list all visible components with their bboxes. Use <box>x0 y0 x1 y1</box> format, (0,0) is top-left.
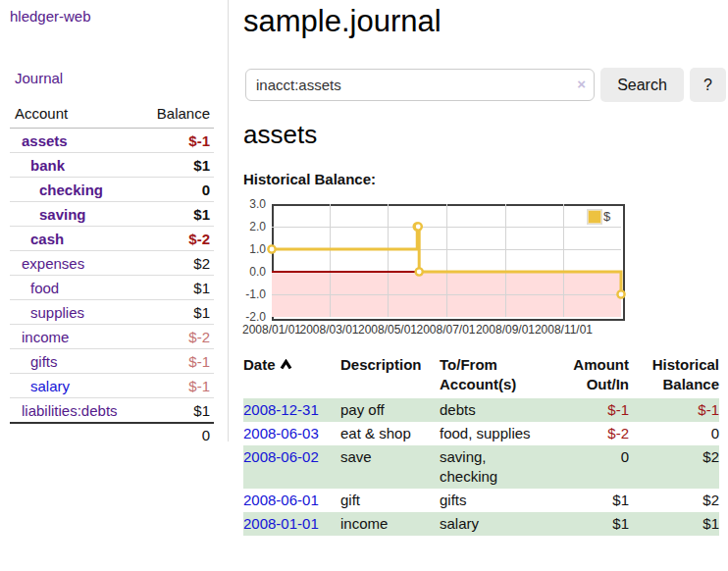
amount-column-header: Amount Out/In <box>560 355 629 398</box>
transaction-date-link[interactable]: 2008-06-02 <box>243 448 319 465</box>
transaction-accounts-cell: salary <box>440 512 560 536</box>
account-name-cell: checking <box>10 178 139 202</box>
transaction-balance-cell: $2 <box>629 445 719 489</box>
account-row: food$1 <box>10 276 214 300</box>
transaction-date-cell: 2008-06-01 <box>243 489 340 512</box>
account-link-income[interactable]: income <box>22 329 69 345</box>
account-balance: $-2 <box>139 227 214 251</box>
app-title-link[interactable]: hledger-web <box>10 8 91 25</box>
clear-search-icon[interactable]: × <box>577 76 586 93</box>
transaction-balance-cell: $-1 <box>629 398 719 422</box>
account-link-liabilities-debts[interactable]: liabilities:debts <box>22 402 118 419</box>
account-name-cell: liabilities:debts <box>10 398 139 424</box>
transaction-row: 2008-12-31pay offdebts$-1$-1 <box>243 398 719 422</box>
balance-column-header: Balance <box>139 101 214 129</box>
account-balance: $-1 <box>139 349 214 374</box>
account-link-supplies[interactable]: supplies <box>30 304 84 321</box>
account-row: checking0 <box>10 178 214 202</box>
transaction-accounts-cell: gifts <box>440 489 560 512</box>
data-point <box>415 223 422 230</box>
transaction-description-cell: income <box>340 512 440 536</box>
account-row: gifts$-1 <box>10 349 214 374</box>
account-link-food[interactable]: food <box>30 280 59 296</box>
account-table-body: assets$-1bank$1checking0saving$1cash$-2e… <box>10 129 214 424</box>
account-link-saving[interactable]: saving <box>39 206 86 223</box>
account-link-salary[interactable]: salary <box>30 378 70 394</box>
transaction-row: 2008-06-02savesaving, checking0$2 <box>243 445 719 489</box>
sidebar-item-journal[interactable]: Journal <box>15 70 63 86</box>
search-field-wrap: × <box>245 69 595 101</box>
transaction-date-link[interactable]: 2008-01-01 <box>243 515 319 532</box>
account-name-cell: gifts <box>10 349 139 374</box>
account-balance: $1 <box>139 300 214 325</box>
account-name-cell: bank <box>10 153 139 178</box>
transaction-description-cell: eat & shop <box>340 422 440 445</box>
account-link-expenses[interactable]: expenses <box>22 255 84 272</box>
account-name-cell: food <box>10 276 139 300</box>
chart-legend: $ <box>588 209 610 224</box>
account-balance: $-1 <box>139 374 214 398</box>
transaction-accounts-cell: saving, checking <box>440 445 560 489</box>
accounts-column-header: To/From Account(s) <box>440 355 560 398</box>
account-row: salary$-1 <box>10 374 214 398</box>
account-balance: 0 <box>139 178 214 202</box>
accounts-total-row: 0 <box>10 423 214 445</box>
account-link-checking[interactable]: checking <box>39 182 103 198</box>
account-row: expenses$2 <box>10 251 214 276</box>
account-name-cell: cash <box>10 227 139 251</box>
sidebar-divider <box>228 0 229 441</box>
account-row: assets$-1 <box>10 129 214 153</box>
data-point <box>416 268 423 275</box>
transaction-description-cell: pay off <box>340 398 440 422</box>
accounts-total-balance: 0 <box>139 423 214 445</box>
transactions-table: Date Description To/From Account(s) Amou… <box>243 355 719 536</box>
transaction-description-cell: save <box>340 445 440 489</box>
transaction-amount-cell: $-1 <box>560 398 629 422</box>
legend-swatch <box>588 210 601 224</box>
account-link-cash[interactable]: cash <box>30 231 64 247</box>
date-column-header[interactable]: Date <box>243 355 340 398</box>
account-balance: $-2 <box>139 325 214 349</box>
account-column-header: Account <box>10 101 139 129</box>
accounts-table-header-row: Account Balance <box>10 101 214 129</box>
help-button[interactable]: ? <box>690 68 726 102</box>
account-link-gifts[interactable]: gifts <box>30 353 58 370</box>
transaction-description-cell: gift <box>340 489 440 512</box>
transaction-date-link[interactable]: 2008-06-01 <box>243 492 319 508</box>
account-link-assets[interactable]: assets <box>22 132 68 149</box>
account-row: income$-2 <box>10 325 214 349</box>
account-balance: $1 <box>139 153 214 178</box>
transaction-date-cell: 2008-06-02 <box>243 445 340 489</box>
transaction-row: 2008-06-03eat & shopfood, supplies$-20 <box>243 422 719 445</box>
search-button[interactable]: Search <box>600 68 684 102</box>
transaction-date-cell: 2008-06-03 <box>243 422 340 445</box>
transactions-table-body: 2008-12-31pay offdebts$-1$-12008-06-03ea… <box>243 398 719 536</box>
account-name-cell: income <box>10 325 139 349</box>
balance-line-layer <box>240 196 728 343</box>
transaction-amount-cell: $1 <box>560 512 629 536</box>
data-point <box>268 245 275 252</box>
description-column-header: Description <box>340 355 440 398</box>
transaction-date-cell: 2008-01-01 <box>243 512 340 536</box>
transaction-date-link[interactable]: 2008-06-03 <box>243 425 319 441</box>
transaction-amount-cell: $1 <box>560 489 629 512</box>
account-name-cell: expenses <box>10 251 139 276</box>
transaction-balance-cell: 0 <box>629 422 719 445</box>
hledger-web-app: hledger-web Journal Account Balance asse… <box>0 0 728 571</box>
transaction-accounts-cell: debts <box>440 398 560 422</box>
transaction-accounts-cell: food, supplies <box>440 422 560 445</box>
account-name-cell: saving <box>10 202 139 227</box>
data-point <box>617 290 624 297</box>
account-row: bank$1 <box>10 153 214 178</box>
account-balance: $1 <box>139 398 214 424</box>
account-name-cell: salary <box>10 374 139 398</box>
search-input[interactable] <box>245 69 595 101</box>
transaction-amount-cell: $-2 <box>560 422 629 445</box>
sort-ascending-icon <box>280 359 292 370</box>
transactions-header-row: Date Description To/From Account(s) Amou… <box>243 355 719 398</box>
account-row: supplies$1 <box>10 300 214 325</box>
transaction-date-link[interactable]: 2008-12-31 <box>243 401 319 418</box>
transaction-row: 2008-01-01incomesalary$1$1 <box>243 512 719 536</box>
account-link-bank[interactable]: bank <box>30 157 65 174</box>
transaction-row: 2008-06-01giftgifts$1$2 <box>243 489 719 512</box>
